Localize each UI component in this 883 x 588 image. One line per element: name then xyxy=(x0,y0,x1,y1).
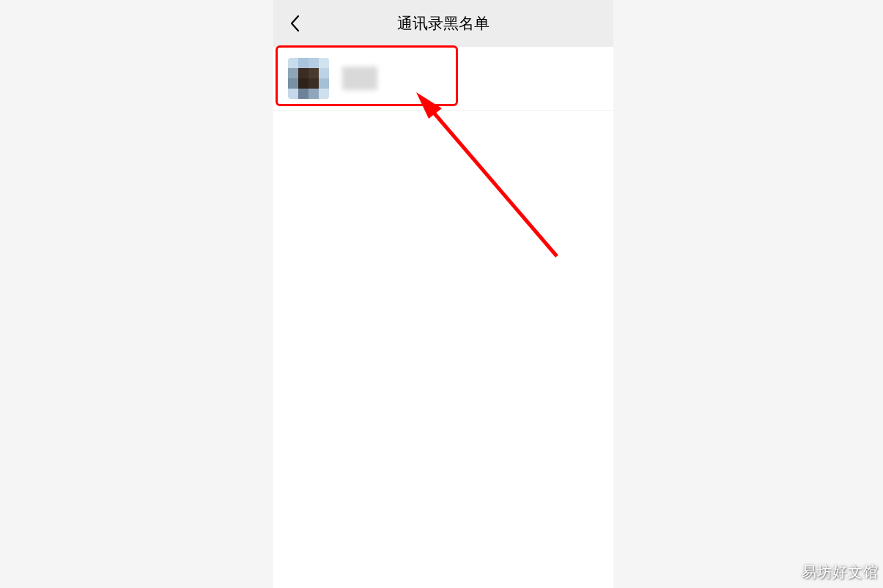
page-title: 通讯录黑名单 xyxy=(273,13,613,34)
content-area xyxy=(273,47,613,111)
chevron-left-icon xyxy=(289,15,300,32)
watermark: 易坊好文馆 xyxy=(802,562,879,582)
back-button[interactable] xyxy=(284,12,306,34)
phone-screen: 通讯录黑名单 xyxy=(273,0,613,588)
header-bar: 通讯录黑名单 xyxy=(273,0,613,47)
blacklist-item[interactable] xyxy=(273,47,613,111)
avatar xyxy=(288,58,329,99)
contact-name-obscured xyxy=(342,67,377,90)
